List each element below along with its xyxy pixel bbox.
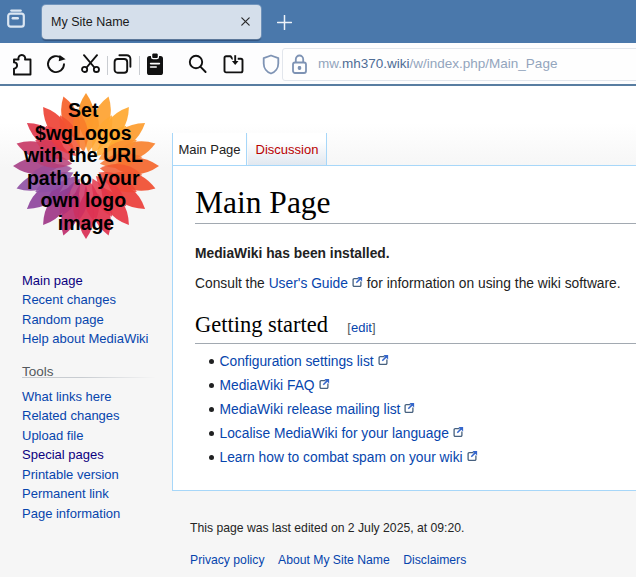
svg-text:Set $wgLogos with: Set $wgLogos with the URL path to your o… xyxy=(23,99,148,234)
